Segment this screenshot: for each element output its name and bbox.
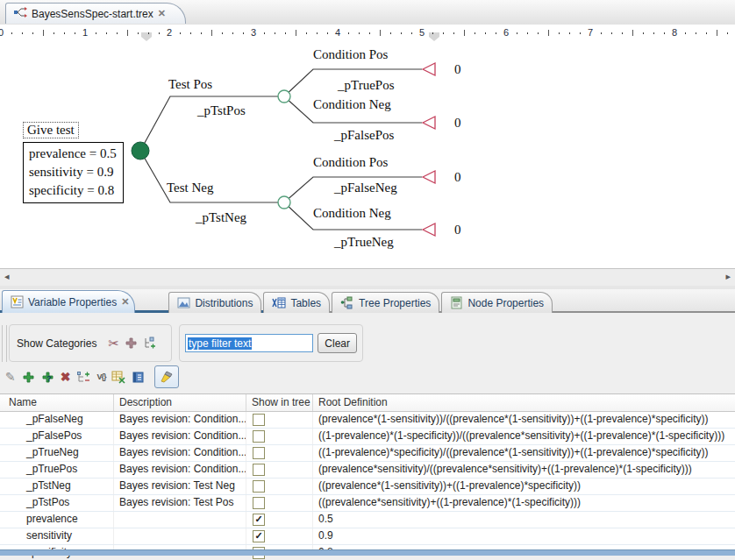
highlight-button[interactable] [154, 365, 179, 388]
table-row[interactable]: prevalence✓0.5 [0, 512, 735, 528]
branch-label-condition-neg[interactable]: Condition Neg [313, 206, 391, 221]
tab-node-properties[interactable]: Node Properties [441, 292, 553, 313]
branch-label-test-pos[interactable]: Test Pos [168, 77, 212, 92]
close-tab-icon[interactable]: ✕ [158, 9, 166, 18]
export-excel-icon[interactable] [111, 371, 125, 384]
categories-icon[interactable] [76, 371, 90, 384]
show-in-tree-checkbox[interactable] [253, 497, 265, 509]
table-row[interactable]: _pTruePosBayes revision: Condition...(pr… [0, 462, 735, 478]
toolbar-grip[interactable] [2, 325, 7, 362]
ruler-tick [517, 32, 517, 34]
chance-node-test-neg[interactable] [278, 196, 290, 209]
show-in-tree-checkbox[interactable] [253, 464, 265, 476]
root-definition-cell: 0.9 [313, 528, 735, 544]
terminal-node-true-neg[interactable] [423, 223, 435, 236]
tab-tables[interactable]: Tables [263, 292, 330, 313]
chance-node-test-pos[interactable] [278, 90, 290, 103]
branch-prob-p-tst-neg[interactable]: _pTstNeg [196, 210, 246, 225]
branch-label-condition-pos[interactable]: Condition Pos [313, 155, 388, 170]
payoff-value[interactable]: 0 [454, 223, 461, 237]
tree-canvas[interactable]: Give test prevalence = 0.5 sensitivity =… [0, 41, 735, 268]
show-in-tree-cell [246, 462, 313, 478]
variable-description-cell: Bayes revision: Condition... [114, 445, 246, 461]
branch-prob-p-true-neg[interactable]: _pTrueNeg [334, 235, 394, 250]
table-row[interactable]: _pFalseNegBayes revision: Condition...(p… [0, 412, 735, 429]
scroll-right-icon[interactable]: ▸ [725, 271, 731, 282]
cut-category-icon[interactable]: ✂ [108, 337, 119, 350]
tab-variable-properties[interactable]: Variable Properties ✕ [2, 290, 135, 313]
add-category-icon[interactable] [125, 337, 137, 349]
show-in-tree-checkbox[interactable] [253, 447, 265, 459]
rename-variable-icon[interactable]: V{} [96, 373, 105, 381]
table-row[interactable]: _pFalsePosBayes revision: Condition...((… [0, 429, 735, 445]
ruler-tick [475, 32, 475, 34]
add-variable-wizard-icon[interactable]: ? [41, 371, 54, 384]
editor-tab[interactable]: BayesSensSpec-start.trex ✕ [5, 3, 186, 24]
edit-variable-icon[interactable]: ✎ [5, 371, 16, 383]
payoff-value[interactable]: 0 [454, 170, 461, 185]
ruler-tick [138, 32, 139, 34]
branch-prob-p-false-pos[interactable]: _pFalsePos [334, 128, 394, 143]
branch-label-condition-neg[interactable]: Condition Neg [313, 97, 391, 112]
report-icon[interactable] [132, 371, 145, 384]
show-in-tree-checkbox[interactable] [253, 480, 265, 493]
branch-prob-p-true-pos[interactable]: _pTruePos [338, 78, 394, 93]
ruler-tick [275, 32, 275, 34]
ruler-tick [127, 30, 128, 36]
scroll-left-icon[interactable]: ◂ [4, 271, 10, 282]
table-row[interactable]: _pTstNegBayes revision: Test Neg((preval… [0, 478, 735, 495]
filter-input[interactable]: type filter text [185, 334, 313, 352]
show-in-tree-cell [246, 478, 313, 494]
tree-properties-icon [340, 296, 354, 309]
show-in-tree-checkbox[interactable]: ✓ [253, 514, 265, 526]
table-row[interactable]: _pTrueNegBayes revision: Condition...((1… [0, 445, 735, 462]
add-variable-icon[interactable] [22, 371, 35, 384]
variables-toolbar: ✎ ? ✖ V{} [5, 365, 179, 388]
close-view-icon[interactable]: ✕ [121, 297, 129, 307]
tab-tree-properties[interactable]: Tree Properties [332, 292, 439, 313]
node-properties-icon [450, 296, 463, 309]
terminal-node-true-pos[interactable] [423, 63, 435, 75]
ruler-tick [390, 32, 391, 34]
show-in-tree-cell [246, 429, 313, 444]
column-header-description[interactable]: Description [114, 394, 246, 411]
branch-label-test-neg[interactable]: Test Neg [167, 181, 214, 195]
terminal-node-false-pos[interactable] [423, 117, 435, 129]
ruler-tick [538, 32, 539, 34]
ruler-tick [464, 30, 465, 36]
show-in-tree-checkbox[interactable] [253, 430, 265, 443]
table-row[interactable]: _pTstPosBayes revision: Test Pos((preval… [0, 495, 735, 512]
branch-prob-p-false-neg[interactable]: _pFalseNeg [334, 181, 397, 195]
ruler-tick [622, 32, 623, 34]
table-body: _pFalseNegBayes revision: Condition...(p… [0, 412, 735, 560]
ruler-tick [443, 32, 444, 34]
canvas-h-scrollbar[interactable]: ◂ ▸ [0, 268, 735, 287]
ruler-tick [359, 32, 360, 34]
terminal-node-false-neg[interactable] [423, 171, 435, 183]
column-header-show-in-tree[interactable]: Show in tree [246, 394, 313, 411]
variable-name-cell: sensitivity [0, 528, 114, 544]
ruler-tick [159, 32, 160, 34]
ruler-tick [717, 30, 717, 36]
tab-distributions[interactable]: Distributions [168, 292, 261, 313]
show-in-tree-checkbox[interactable] [253, 414, 265, 426]
category-tree-icon[interactable] [143, 337, 156, 350]
payoff-value[interactable]: 0 [454, 116, 461, 131]
ruler-tick [369, 32, 370, 34]
ruler-marker[interactable] [141, 32, 152, 41]
clear-filter-button[interactable]: Clear [318, 333, 357, 353]
tree-variables-box[interactable]: prevalence = 0.5 sensitivity = 0.9 speci… [23, 142, 124, 203]
ruler-marker[interactable] [429, 32, 439, 41]
table-row[interactable]: sensitivity✓0.9 [0, 528, 735, 545]
column-header-root-definition[interactable]: Root Definition [313, 394, 735, 411]
ruler-tick [75, 32, 75, 34]
column-header-name[interactable]: Name [0, 394, 114, 411]
root-node[interactable] [132, 142, 149, 159]
branch-prob-p-tst-pos[interactable]: _pTstPos [197, 103, 246, 118]
show-in-tree-checkbox[interactable]: ✓ [253, 530, 265, 542]
delete-variable-icon[interactable]: ✖ [61, 371, 71, 383]
branch-label-condition-pos[interactable]: Condition Pos [313, 47, 388, 62]
ruler-tick [632, 30, 633, 36]
payoff-value[interactable]: 0 [454, 62, 461, 77]
root-node-label[interactable]: Give test [23, 122, 79, 138]
